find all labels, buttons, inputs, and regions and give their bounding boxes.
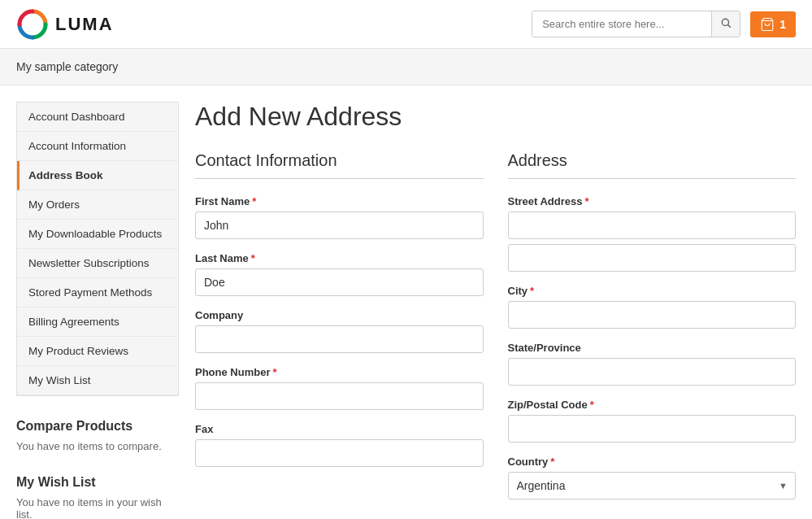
compare-products-section: Compare Products You have no items to co… xyxy=(16,419,179,452)
required-star-6: * xyxy=(590,399,594,411)
sidebar-item-wish-list: My Wish List xyxy=(17,366,178,395)
search-bar xyxy=(532,11,740,37)
sidebar-item-address-book: Address Book xyxy=(17,161,178,190)
wish-list-title: My Wish List xyxy=(16,475,179,490)
wish-list-text: You have no items in your wish list. xyxy=(16,496,179,519)
sidebar-link-account-dashboard[interactable]: Account Dashboard xyxy=(17,102,178,132)
svg-point-1 xyxy=(723,19,729,25)
sidebar-link-billing-agreements[interactable]: Billing Agreements xyxy=(17,307,178,337)
contact-information-section: Contact Information First Name* Last Nam… xyxy=(195,151,484,512)
required-star-4: * xyxy=(585,195,589,207)
country-field-row: Country* Argentina Australia Brazil Cana… xyxy=(508,456,797,499)
compare-products-text: You have no items to compare. xyxy=(16,440,179,452)
zip-input[interactable] xyxy=(508,415,797,443)
search-input[interactable] xyxy=(532,12,711,36)
main-content: Add New Address Contact Information Firs… xyxy=(195,102,796,519)
nav-category-link[interactable]: My sample category xyxy=(16,60,118,73)
company-field-row: Company xyxy=(195,309,484,353)
wish-list-section: My Wish List You have no items in your w… xyxy=(16,475,179,519)
street-address-label: Street Address* xyxy=(508,195,797,207)
required-star-7: * xyxy=(550,456,554,468)
sidebar-link-address-book[interactable]: Address Book xyxy=(17,161,178,190)
sidebar-link-wish-list[interactable]: My Wish List xyxy=(17,366,178,395)
city-label: City* xyxy=(508,285,797,297)
first-name-input[interactable] xyxy=(195,212,484,239)
phone-label: Phone Number* xyxy=(195,366,484,378)
search-button[interactable] xyxy=(711,11,740,37)
address-section-title: Address xyxy=(508,151,797,179)
state-input[interactable] xyxy=(508,358,797,386)
sidebar-link-account-information[interactable]: Account Information xyxy=(17,132,178,161)
country-select-wrapper: Argentina Australia Brazil Canada Chile … xyxy=(508,472,797,499)
cart-count: 1 xyxy=(779,18,786,31)
street-address-field-row: Street Address* xyxy=(508,195,797,272)
sidebar-item-downloadable-products: My Downloadable Products xyxy=(17,220,178,249)
city-field-row: City* xyxy=(508,285,797,329)
city-input[interactable] xyxy=(508,301,797,329)
state-label: State/Province xyxy=(508,342,797,354)
header-right: 1 xyxy=(532,11,796,37)
required-star-2: * xyxy=(251,252,255,264)
company-input[interactable] xyxy=(195,325,484,353)
sidebar-link-stored-payment[interactable]: Stored Payment Methods xyxy=(17,278,178,307)
cart-icon xyxy=(760,17,775,32)
luma-logo-icon xyxy=(16,8,49,41)
navigation-bar: My sample category xyxy=(0,49,812,85)
sidebar-item-newsletter: Newsletter Subscriptions xyxy=(17,249,178,278)
sidebar-link-newsletter[interactable]: Newsletter Subscriptions xyxy=(17,249,178,278)
sidebar-item-billing-agreements: Billing Agreements xyxy=(17,307,178,337)
sidebar-item-my-orders: My Orders xyxy=(17,190,178,220)
first-name-field-row: First Name* xyxy=(195,195,484,239)
sidebar-link-downloadable-products[interactable]: My Downloadable Products xyxy=(17,220,178,249)
sidebar-item-account-dashboard: Account Dashboard xyxy=(17,102,178,132)
sidebar-item-stored-payment: Stored Payment Methods xyxy=(17,278,178,307)
logo-text: LUMA xyxy=(55,14,114,35)
page-title: Add New Address xyxy=(195,102,796,132)
zip-label: Zip/Postal Code* xyxy=(508,399,797,411)
compare-products-title: Compare Products xyxy=(16,419,179,434)
main-container: Account Dashboard Account Information Ad… xyxy=(0,85,812,519)
state-field-row: State/Province xyxy=(508,342,797,386)
sidebar-nav: Account Dashboard Account Information Ad… xyxy=(16,102,179,396)
sidebar-link-my-orders[interactable]: My Orders xyxy=(17,190,178,220)
first-name-label: First Name* xyxy=(195,195,484,207)
fax-input[interactable] xyxy=(195,439,484,467)
country-select[interactable]: Argentina Australia Brazil Canada Chile … xyxy=(508,472,797,499)
sidebar-item-account-information: Account Information xyxy=(17,132,178,161)
zip-field-row: Zip/Postal Code* xyxy=(508,399,797,443)
sidebar-item-product-reviews: My Product Reviews xyxy=(17,337,178,366)
sidebar-link-product-reviews[interactable]: My Product Reviews xyxy=(17,337,178,366)
last-name-field-row: Last Name* xyxy=(195,252,484,296)
site-header: LUMA 1 xyxy=(0,0,812,49)
last-name-label: Last Name* xyxy=(195,252,484,264)
fax-field-row: Fax xyxy=(195,423,484,467)
required-star: * xyxy=(252,195,256,207)
search-icon xyxy=(720,17,732,28)
svg-line-2 xyxy=(728,25,731,28)
last-name-input[interactable] xyxy=(195,268,484,296)
required-star-3: * xyxy=(272,366,276,378)
phone-input[interactable] xyxy=(195,382,484,410)
street-address-input-2[interactable] xyxy=(508,244,797,272)
fax-label: Fax xyxy=(195,423,484,435)
address-section: Address Street Address* City* xyxy=(508,151,797,512)
phone-field-row: Phone Number* xyxy=(195,366,484,410)
street-address-input-1[interactable] xyxy=(508,212,797,239)
form-sections: Contact Information First Name* Last Nam… xyxy=(195,151,796,512)
required-star-5: * xyxy=(530,285,534,297)
logo-area: LUMA xyxy=(16,8,114,41)
street-fields xyxy=(508,212,797,272)
company-label: Company xyxy=(195,309,484,321)
contact-section-title: Contact Information xyxy=(195,151,484,179)
sidebar: Account Dashboard Account Information Ad… xyxy=(16,102,179,519)
cart-button[interactable]: 1 xyxy=(750,11,796,37)
country-label: Country* xyxy=(508,456,797,468)
